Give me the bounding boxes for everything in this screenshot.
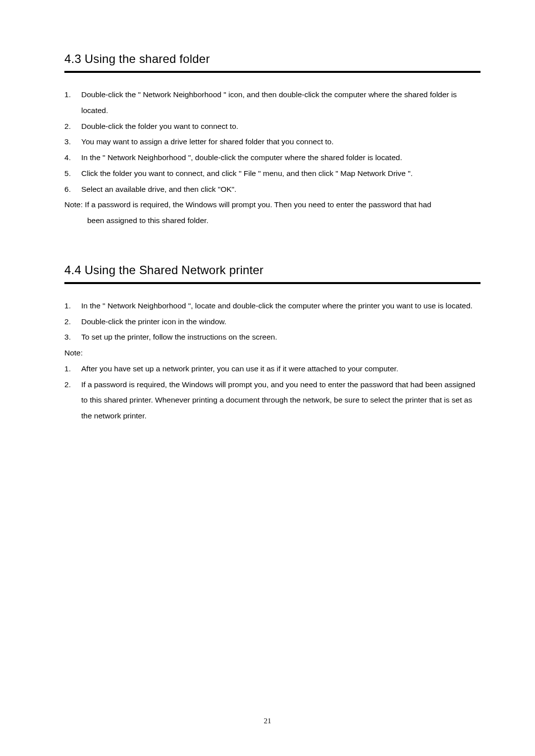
section-4-4-heading: 4.4 Using the Shared Network printer — [64, 263, 481, 277]
list-item: Select an available drive, and then clic… — [64, 181, 481, 197]
page-number: 21 — [0, 717, 535, 725]
list-item: Double-click the folder you want to conn… — [64, 118, 481, 134]
heading-divider — [64, 71, 481, 73]
list-item: In the " Network Neighborhood ", locate … — [64, 298, 481, 314]
list-item: Double-click the printer icon in the win… — [64, 314, 481, 330]
list-item: Click the folder you want to connect, an… — [64, 166, 481, 181]
section-4-4-note-label: Note: — [64, 345, 481, 361]
section-4-3: 4.3 Using the shared folder Double-click… — [64, 52, 481, 229]
list-item: You may want to assign a drive letter fo… — [64, 134, 481, 150]
section-4-4-list: In the " Network Neighborhood ", locate … — [64, 298, 481, 345]
section-4-4: 4.4 Using the Shared Network printer In … — [64, 263, 481, 424]
section-4-4-note-list: After you have set up a network printer,… — [64, 361, 481, 424]
list-item: Double-click the " Network Neighborhood … — [64, 87, 481, 118]
list-item: If a password is required, the Windows w… — [64, 377, 481, 424]
list-item: To set up the printer, follow the instru… — [64, 329, 481, 345]
section-4-3-note-line2: been assigned to this shared folder. — [64, 213, 481, 229]
section-4-3-heading: 4.3 Using the shared folder — [64, 52, 481, 66]
list-item: In the " Network Neighborhood ", double-… — [64, 150, 481, 166]
section-4-3-list: Double-click the " Network Neighborhood … — [64, 87, 481, 197]
heading-divider — [64, 282, 481, 284]
section-spacer — [64, 229, 481, 263]
list-item: After you have set up a network printer,… — [64, 361, 481, 377]
section-4-3-note-line1: Note: If a password is required, the Win… — [64, 197, 481, 213]
